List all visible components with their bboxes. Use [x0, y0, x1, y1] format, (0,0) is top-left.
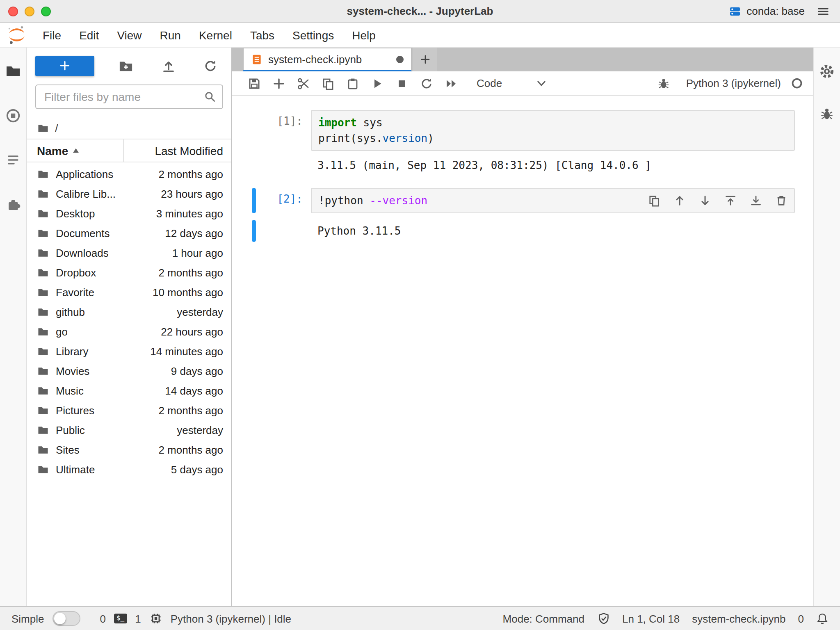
- menubar: File Edit View Run Kernel Tabs Settings …: [0, 23, 840, 48]
- restart-kernel-button[interactable]: [414, 72, 439, 95]
- folder-icon: [37, 169, 49, 179]
- delete-cell-icon[interactable]: [774, 194, 788, 207]
- cursor-position[interactable]: Ln 1, Col 18: [622, 612, 680, 625]
- file-row[interactable]: Downloads 1 hour ago: [27, 243, 231, 262]
- upload-button[interactable]: [158, 55, 179, 76]
- file-row[interactable]: Applications 2 months ago: [27, 164, 231, 184]
- folder-icon: [37, 247, 49, 258]
- main-area: / Name Last Modified Applications 2 mont…: [0, 48, 840, 606]
- column-header-modified[interactable]: Last Modified: [123, 139, 231, 162]
- file-row[interactable]: Documents 12 days ago: [27, 223, 231, 243]
- cell-1-code-input[interactable]: import sys print(sys.version): [311, 110, 795, 151]
- cell-toolbar: [647, 194, 788, 207]
- copy-cells-button[interactable]: [316, 72, 340, 95]
- cell-2-output-text: Python 3.11.5: [311, 220, 795, 242]
- left-activity-bar: [0, 48, 27, 606]
- new-launcher-button[interactable]: [35, 55, 94, 76]
- filter-files-box: [35, 84, 223, 109]
- extension-manager-icon[interactable]: [4, 195, 22, 213]
- cell-2-input-collapser[interactable]: [252, 188, 256, 213]
- menu-settings[interactable]: Settings: [283, 28, 343, 41]
- notification-bell-icon[interactable]: [816, 612, 829, 625]
- insert-cell-above-icon[interactable]: [724, 194, 737, 207]
- file-browser-tab-icon[interactable]: [4, 62, 22, 80]
- notebook-content[interactable]: [1]: import sys print(sys.version) 3.11.…: [232, 96, 813, 606]
- file-row[interactable]: Desktop 3 minutes ago: [27, 203, 231, 223]
- command-mode-indicator[interactable]: Mode: Command: [503, 612, 584, 625]
- simple-mode-toggle[interactable]: [52, 611, 80, 626]
- new-tab-button[interactable]: [413, 48, 437, 71]
- folder-icon: [37, 464, 49, 475]
- cell-2-output-collapser[interactable]: [252, 220, 256, 242]
- kernel-name-button[interactable]: Python 3 (ipykernel): [686, 77, 781, 89]
- save-button[interactable]: [242, 72, 267, 95]
- file-row[interactable]: Ultimate 5 days ago: [27, 459, 231, 479]
- kernel-chip-icon[interactable]: [149, 612, 162, 625]
- tab-system-check-ipynb[interactable]: system-check.ipynb: [243, 48, 412, 71]
- right-activity-bar: [813, 48, 840, 606]
- refresh-button[interactable]: [200, 55, 221, 76]
- menu-tabs[interactable]: Tabs: [241, 28, 283, 41]
- insert-cell-button[interactable]: [267, 72, 291, 95]
- cut-cells-button[interactable]: [291, 72, 316, 95]
- code-token: version: [383, 132, 428, 144]
- terminals-count[interactable]: 0: [100, 612, 106, 625]
- filter-files-input[interactable]: [35, 84, 223, 109]
- document-tabbar: system-check.ipynb: [232, 48, 813, 71]
- code-token: sys: [357, 116, 383, 129]
- file-row[interactable]: Sites 2 months ago: [27, 440, 231, 459]
- table-of-contents-icon[interactable]: [4, 151, 22, 169]
- new-folder-button[interactable]: [115, 55, 137, 76]
- file-row[interactable]: Pictures 2 months ago: [27, 400, 231, 420]
- tab-dirty-indicator[interactable]: [396, 55, 404, 63]
- hamburger-menu-icon[interactable]: [816, 5, 830, 18]
- simple-mode-label: Simple: [11, 612, 44, 625]
- file-row[interactable]: Favorite 10 months ago: [27, 282, 231, 302]
- breadcrumb-root[interactable]: /: [55, 121, 58, 135]
- kernel-status-text[interactable]: Python 3 (ipykernel) | Idle: [171, 612, 291, 625]
- home-folder-icon[interactable]: [37, 123, 49, 133]
- folder-icon: [37, 444, 49, 455]
- trust-shield-icon[interactable]: [597, 612, 610, 625]
- interrupt-kernel-button[interactable]: [390, 72, 414, 95]
- menu-view[interactable]: View: [108, 28, 151, 41]
- file-row[interactable]: Public yesterday: [27, 420, 231, 440]
- paste-cells-button[interactable]: [340, 72, 365, 95]
- terminal-icon[interactable]: $_: [114, 614, 127, 623]
- menu-kernel[interactable]: Kernel: [190, 28, 241, 41]
- statusbar-right: Mode: Command Ln 1, Col 18 system-check.…: [503, 612, 829, 625]
- notebook-toolbar: Code Python 3 (ipykernel): [232, 71, 813, 96]
- file-row[interactable]: go 22 hours ago: [27, 322, 231, 341]
- running-kernels-icon[interactable]: [4, 107, 22, 125]
- cell-1-collapser: [252, 110, 256, 151]
- file-row[interactable]: github yesterday: [27, 302, 231, 322]
- move-cell-up-icon[interactable]: [673, 194, 686, 207]
- chevron-down-icon: [536, 80, 546, 87]
- cell-2-code-input[interactable]: !python --version: [311, 188, 795, 213]
- property-inspector-gear-icon[interactable]: [818, 62, 836, 80]
- column-header-name[interactable]: Name: [27, 139, 123, 162]
- conda-env-badge[interactable]: conda: base: [728, 5, 805, 18]
- restart-run-all-button[interactable]: [439, 72, 463, 95]
- debugger-sidebar-bug-icon[interactable]: [818, 105, 836, 123]
- insert-cell-below-icon[interactable]: [749, 194, 762, 207]
- kernels-count[interactable]: 1: [135, 612, 141, 625]
- folder-icon: [37, 306, 49, 317]
- file-modified: yesterday: [177, 306, 223, 318]
- debugger-toggle-icon[interactable]: [652, 72, 676, 95]
- file-row[interactable]: Calibre Lib... 23 hours ago: [27, 184, 231, 203]
- file-name: Library: [56, 345, 89, 357]
- menu-edit[interactable]: Edit: [70, 28, 108, 41]
- menu-run[interactable]: Run: [151, 28, 190, 41]
- cell-type-dropdown[interactable]: Code: [477, 77, 546, 89]
- menu-help[interactable]: Help: [343, 28, 385, 41]
- file-row[interactable]: Library 14 minutes ago: [27, 341, 231, 361]
- run-cell-button[interactable]: [365, 72, 390, 95]
- file-row[interactable]: Dropbox 2 months ago: [27, 262, 231, 282]
- file-row[interactable]: Music 14 days ago: [27, 381, 231, 400]
- menu-file[interactable]: File: [34, 28, 70, 41]
- duplicate-cell-icon[interactable]: [647, 194, 660, 207]
- move-cell-down-icon[interactable]: [698, 194, 711, 207]
- file-row[interactable]: Movies 9 days ago: [27, 361, 231, 381]
- kernel-status-idle-icon[interactable]: [791, 77, 803, 89]
